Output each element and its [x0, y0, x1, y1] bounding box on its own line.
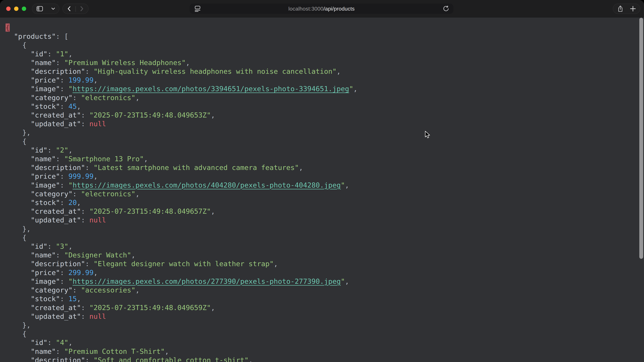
json-token-key: "name" — [31, 58, 56, 67]
json-token-key: "image" — [31, 181, 60, 189]
json-token-punct: , — [68, 50, 72, 58]
json-token-key: "price" — [31, 269, 60, 277]
json-token-key: "created_at" — [31, 304, 81, 312]
json-token-str: " — [68, 277, 72, 285]
json-viewer: { "products": [ { "id": "1", "name": "Pr… — [0, 17, 644, 362]
back-button[interactable] — [68, 6, 71, 11]
json-token-punct: { — [22, 330, 26, 338]
json-token-key: "stock" — [31, 102, 60, 110]
json-token-key: "description" — [31, 356, 85, 362]
zoom-button[interactable] — [22, 6, 26, 11]
json-token-str: "Designer Watch" — [64, 251, 131, 259]
json-token-key: "description" — [31, 67, 85, 75]
json-token-punct: , — [77, 198, 81, 207]
json-token-punct: : — [60, 102, 68, 110]
json-token-punct: , — [211, 304, 215, 312]
json-token-punct: [ — [64, 32, 68, 40]
json-token-punct: : — [56, 32, 64, 40]
json-token-key: "created_at" — [31, 207, 81, 215]
json-token-punct: : — [85, 260, 94, 268]
json-token-num: 20 — [68, 198, 77, 207]
json-token-punct: , — [136, 93, 140, 102]
json-token-punct: : — [48, 50, 56, 58]
json-token-punct: : — [72, 190, 81, 198]
json-token-key: "image" — [31, 85, 60, 93]
json-token-punct: , — [77, 295, 81, 303]
json-token-punct: : — [85, 356, 94, 362]
json-token-punct: : — [81, 111, 90, 119]
json-token-punct: , — [345, 277, 349, 285]
json-token-key: "category" — [31, 93, 72, 102]
json-token-punct: : — [60, 85, 68, 93]
json-token-punct: , — [211, 111, 215, 119]
json-token-key: "id" — [31, 338, 48, 347]
json-token-punct: , — [77, 102, 81, 110]
json-token-punct: : — [48, 338, 56, 347]
json-token-key: "id" — [31, 242, 48, 250]
page-settings-icon[interactable] — [194, 5, 201, 12]
nav-divider — [76, 6, 76, 12]
share-button[interactable] — [618, 5, 623, 12]
json-token-key: "stock" — [31, 295, 60, 303]
json-token-key: "description" — [31, 260, 85, 268]
actions-group — [613, 3, 640, 14]
url-text: localhost:3000/api/products — [288, 6, 354, 12]
json-token-punct: : — [81, 216, 90, 224]
json-token-str: "accessories" — [81, 286, 136, 294]
json-token-punct: { — [22, 233, 26, 242]
json-token-str: " — [68, 181, 72, 189]
json-token-hl: { — [6, 23, 10, 32]
json-token-str: "electronics" — [81, 190, 136, 198]
json-token-punct: : — [60, 277, 68, 285]
sidebar-toggle-button[interactable] — [32, 3, 59, 14]
image-url-link[interactable]: https://images.pexels.com/photos/277390/… — [72, 277, 341, 285]
json-token-punct: : — [72, 93, 81, 102]
json-token-str: "electronics" — [81, 93, 136, 102]
json-token-punct: : — [60, 269, 68, 277]
json-token-punct: , — [94, 172, 98, 180]
json-token-punct: : — [85, 67, 94, 75]
json-token-punct: , — [353, 85, 358, 93]
json-token-punct: { — [22, 41, 26, 49]
json-token-key: "updated_at" — [31, 120, 81, 128]
json-token-punct: }, — [22, 128, 31, 137]
safari-window: localhost:3000/api/products { "products"… — [0, 0, 644, 362]
json-token-num: 199.99 — [68, 76, 94, 84]
json-token-punct: : — [60, 181, 68, 189]
image-url-link[interactable]: https://images.pexels.com/photos/404280/… — [72, 181, 341, 189]
json-token-key: "image" — [31, 277, 60, 285]
forward-button[interactable] — [80, 6, 84, 11]
json-token-null: null — [90, 216, 106, 224]
minimize-button[interactable] — [14, 6, 18, 11]
json-token-str: "Latest smartphone with advanced camera … — [94, 163, 299, 172]
new-tab-button[interactable] — [630, 6, 636, 12]
json-token-punct: }, — [22, 321, 31, 329]
json-token-key: "id" — [31, 146, 48, 154]
json-token-punct: , — [94, 76, 98, 84]
json-token-str: "2" — [56, 146, 68, 154]
address-bar[interactable]: localhost:3000/api/products — [189, 3, 454, 14]
json-token-punct: { — [22, 137, 26, 145]
json-token-punct: : — [85, 163, 94, 172]
json-token-str: "Elegant designer watch with leather str… — [94, 260, 274, 268]
json-token-str: "4" — [56, 338, 68, 347]
json-token-punct: : — [56, 251, 64, 259]
chevron-down-icon — [51, 7, 55, 10]
image-url-link[interactable]: https://images.pexels.com/photos/3394651… — [72, 85, 349, 93]
json-token-key: "name" — [31, 155, 56, 163]
json-token-num: 999.99 — [68, 172, 94, 180]
json-token-key: "name" — [31, 251, 56, 259]
close-button[interactable] — [6, 6, 10, 11]
json-token-str: "2025-07-23T15:49:48.049659Z" — [90, 304, 211, 312]
json-token-punct: , — [186, 58, 190, 67]
json-token-key: "category" — [31, 190, 72, 198]
scrollbar-thumb[interactable] — [639, 18, 643, 259]
json-token-num: 45 — [68, 102, 77, 110]
json-token-str: " — [68, 85, 72, 93]
json-token-punct: : — [56, 58, 64, 67]
json-token-punct: : — [60, 76, 68, 84]
json-token-punct: , — [345, 181, 349, 189]
reload-button[interactable] — [442, 5, 449, 12]
json-token-punct: : — [60, 172, 68, 180]
json-token-punct: : — [72, 286, 81, 294]
